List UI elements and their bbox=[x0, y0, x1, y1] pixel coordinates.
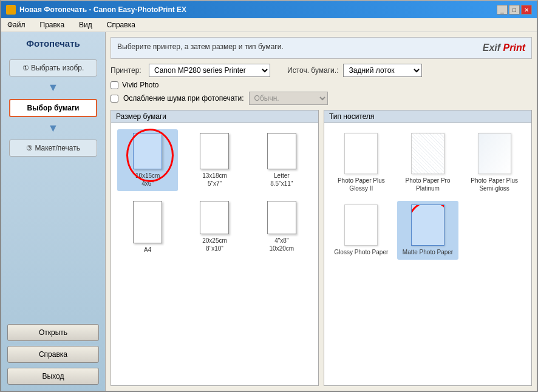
window-controls: _ □ ✕ bbox=[497, 5, 532, 15]
paper-item-a4[interactable]: A4 bbox=[117, 197, 178, 257]
media-icon-matte bbox=[411, 204, 444, 246]
menu-edit[interactable]: Правка bbox=[38, 19, 67, 30]
paper-icon-letter bbox=[267, 133, 296, 169]
minimize-button[interactable]: _ bbox=[497, 5, 508, 15]
content-area: Выберите принтер, а затем размер и тип б… bbox=[106, 32, 537, 391]
noise-checkbox[interactable] bbox=[111, 95, 118, 103]
exif-print-logo: Exif Print bbox=[483, 42, 525, 53]
paper-label-a4: A4 bbox=[144, 246, 151, 254]
printer-row: Принтер: Canon MP280 series Printer Исто… bbox=[111, 64, 532, 77]
paper-item-4x8[interactable]: 4"x8"10x20cm bbox=[251, 197, 312, 257]
media-item-glossy-photo[interactable]: Glossy Photo Paper bbox=[330, 201, 392, 260]
media-label-platinum: Photo Paper ProPlatinum bbox=[406, 177, 451, 192]
media-label-glossy2: Photo Paper PlusGlossy II bbox=[338, 177, 385, 192]
paper-size-panel: Размер бумаги 10x15cm4x6" 13x18cm5"x7" bbox=[111, 110, 319, 386]
vivid-photo-label: Vivid Photo bbox=[122, 81, 159, 89]
paper-item-10x15[interactable]: 10x15cm4x6" bbox=[117, 129, 178, 191]
media-label-glossy-photo: Glossy Photo Paper bbox=[334, 248, 388, 256]
source-select[interactable]: Задний лоток bbox=[343, 64, 422, 77]
media-item-semi-gloss[interactable]: Photo Paper PlusSemi-gloss bbox=[463, 129, 525, 196]
window-title: Новая Фотопечать - Canon Easy-PhotoPrint… bbox=[19, 5, 186, 14]
paper-icon-4x8 bbox=[267, 201, 296, 234]
paper-item-13x18[interactable]: 13x18cm5"x7" bbox=[184, 129, 245, 191]
content-header: Выберите принтер, а затем размер и тип б… bbox=[111, 37, 532, 59]
sidebar-step-2[interactable]: Выбор бумаги bbox=[9, 99, 97, 117]
maximize-button[interactable]: □ bbox=[509, 5, 520, 15]
sidebar-arrow-2: ▼ bbox=[48, 122, 59, 135]
media-type-panel: Тип носителя Photo Paper PlusGlossy II P… bbox=[324, 110, 532, 386]
paper-label-10x15: 10x15cm4x6" bbox=[135, 172, 160, 188]
media-icon-platinum bbox=[411, 133, 444, 174]
paper-icon-10x15 bbox=[133, 133, 162, 169]
open-button[interactable]: Открыть bbox=[7, 324, 99, 341]
menu-view[interactable]: Вид bbox=[77, 19, 95, 30]
main-layout: Фотопечать ① Выбрать изобр. ▼ Выбор бума… bbox=[1, 32, 537, 391]
noise-select[interactable]: Обычн. bbox=[249, 92, 328, 105]
media-label-matte: Matte Photo Paper bbox=[403, 248, 453, 256]
media-label-semi-gloss: Photo Paper PlusSemi-gloss bbox=[471, 177, 518, 192]
panels-row: Размер бумаги 10x15cm4x6" 13x18cm5"x7" bbox=[111, 110, 532, 386]
paper-label-letter: Letter8.5"x11" bbox=[270, 172, 293, 188]
help-button[interactable]: Справка bbox=[7, 346, 99, 363]
menu-bar: Файл Правка Вид Справка bbox=[1, 18, 537, 32]
paper-label-4x8: 4"x8"10x20cm bbox=[270, 237, 295, 252]
media-item-platinum[interactable]: Photo Paper ProPlatinum bbox=[397, 129, 459, 196]
sidebar-bottom: Открыть Справка Выход bbox=[1, 318, 105, 391]
sidebar-step-1[interactable]: ① Выбрать изобр. bbox=[9, 59, 97, 76]
paper-label-13x18: 13x18cm5"x7" bbox=[202, 172, 227, 188]
vivid-photo-checkbox[interactable] bbox=[111, 81, 118, 89]
menu-help[interactable]: Справка bbox=[104, 19, 138, 30]
noise-row: Ослабление шума при фотопечати: Обычн. bbox=[111, 92, 532, 105]
main-window: Новая Фотопечать - Canon Easy-PhotoPrint… bbox=[0, 0, 538, 392]
menu-file[interactable]: Файл bbox=[5, 19, 28, 30]
sidebar-step-3[interactable]: ③ Макет/печать bbox=[9, 140, 97, 157]
media-icon-glossy2 bbox=[344, 133, 378, 174]
exit-button[interactable]: Выход bbox=[7, 368, 99, 385]
media-icon-semi-gloss bbox=[478, 133, 511, 174]
paper-icon-a4 bbox=[133, 201, 162, 243]
media-icon-glossy-photo bbox=[344, 204, 378, 246]
paper-size-title: Размер бумаги bbox=[111, 110, 318, 123]
title-bar: Новая Фотопечать - Canon Easy-PhotoPrint… bbox=[1, 1, 537, 18]
source-label: Источ. бумаги.: bbox=[287, 66, 338, 75]
sidebar-title: Фотопечать bbox=[26, 38, 80, 49]
paper-icon-20x25 bbox=[200, 201, 229, 234]
sidebar: Фотопечать ① Выбрать изобр. ▼ Выбор бума… bbox=[1, 32, 106, 391]
vivid-photo-row: Vivid Photo bbox=[111, 81, 532, 89]
close-button[interactable]: ✕ bbox=[521, 5, 532, 15]
media-item-matte[interactable]: Matte Photo Paper bbox=[397, 201, 459, 260]
paper-item-20x25[interactable]: 20x25cm8"x10" bbox=[184, 197, 245, 257]
media-grid: Photo Paper PlusGlossy II Photo Paper Pr… bbox=[324, 123, 531, 266]
printer-label: Принтер: bbox=[111, 66, 144, 75]
printer-select[interactable]: Canon MP280 series Printer bbox=[149, 64, 270, 77]
paper-grid: 10x15cm4x6" 13x18cm5"x7" Letter8.5"x11" bbox=[111, 123, 318, 263]
instruction-text: Выберите принтер, а затем размер и тип б… bbox=[117, 42, 284, 51]
options-row: Vivid Photo Ослабление шума при фотопеча… bbox=[111, 81, 532, 105]
noise-label: Ослабление шума при фотопечати: bbox=[123, 94, 244, 103]
paper-icon-13x18 bbox=[200, 133, 229, 169]
paper-label-20x25: 20x25cm8"x10" bbox=[202, 237, 227, 252]
app-icon bbox=[6, 5, 16, 15]
media-type-title: Тип носителя bbox=[324, 110, 531, 123]
paper-item-letter[interactable]: Letter8.5"x11" bbox=[251, 129, 312, 191]
media-item-glossy2[interactable]: Photo Paper PlusGlossy II bbox=[330, 129, 392, 196]
sidebar-arrow-1: ▼ bbox=[48, 81, 59, 94]
